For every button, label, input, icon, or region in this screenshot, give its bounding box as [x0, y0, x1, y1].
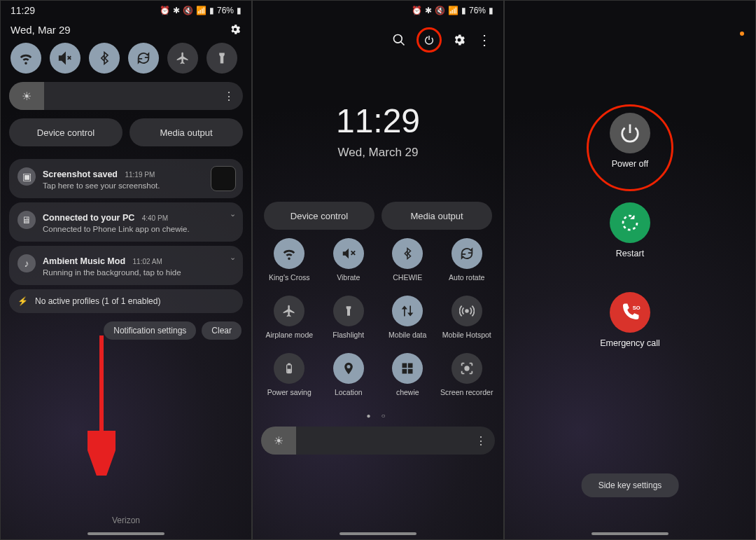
- qs-label: Location: [335, 388, 363, 405]
- panel-time: 11:29: [253, 102, 503, 140]
- quick-settings-grid: King's CrossVibrateCHEWIEAuto rotateAirp…: [253, 230, 503, 409]
- device-control-button[interactable]: Device control: [264, 202, 374, 230]
- notification-profiles[interactable]: ⚡ No active profiles (1 of 1 enabled): [9, 289, 243, 313]
- status-bar: 11:29 ⏰ ✱ 🔇 📶 ▮ 76% ▮: [1, 1, 251, 20]
- wifi-icon: 📶: [196, 6, 206, 15]
- brightness-menu-icon[interactable]: ⋮: [223, 90, 234, 103]
- bt-icon: ✱: [425, 6, 432, 15]
- settings-icon[interactable]: [229, 23, 241, 36]
- carrier-label: Verizon: [1, 515, 251, 525]
- shade-date: Wed, Mar 29: [10, 24, 71, 36]
- qs-data[interactable]: [392, 296, 423, 326]
- battery-icon: ▮: [489, 6, 493, 15]
- svg-rect-13: [408, 364, 413, 368]
- qs-label: Auto rotate: [449, 273, 484, 290]
- notif-body: Connected to Phone Link app on chewie.: [43, 225, 234, 233]
- alarm-icon: ⏰: [412, 6, 422, 15]
- svg-point-16: [465, 366, 469, 371]
- power-menu-pane: Power off Restart SOS Emergency call Sid…: [504, 0, 756, 540]
- media-output-button[interactable]: Media output: [382, 202, 492, 230]
- power-off-label: Power off: [612, 159, 649, 169]
- annotation-arrow-down: [88, 335, 115, 476]
- alarm-icon: ⏰: [160, 6, 170, 15]
- qs-label: CHEWIE: [393, 273, 422, 290]
- chevron-down-icon[interactable]: ⌄: [230, 209, 236, 219]
- qs-rotate[interactable]: [451, 238, 482, 269]
- image-icon: ▣: [18, 167, 36, 186]
- qs-airplane[interactable]: [167, 43, 198, 74]
- bt-icon: ✱: [173, 6, 180, 15]
- mute-icon: 🔇: [183, 6, 193, 15]
- qs-mute[interactable]: [50, 43, 80, 74]
- chevron-down-icon[interactable]: ⌄: [230, 253, 236, 262]
- notification-screenshot[interactable]: ▣ Screenshot saved 11:19 PM Tap here to …: [9, 159, 243, 198]
- qs-location[interactable]: [333, 353, 364, 384]
- emergency-call-button[interactable]: SOS: [610, 292, 650, 333]
- nav-handle[interactable]: [592, 532, 668, 535]
- qs-label: chewie: [396, 388, 419, 405]
- device-control-button[interactable]: Device control: [9, 118, 122, 146]
- qs-mute[interactable]: [333, 238, 364, 269]
- brightness-slider[interactable]: ☀ ⋮: [9, 82, 243, 110]
- qs-battery[interactable]: [274, 353, 304, 384]
- notification-shade-pane: 11:29 ⏰ ✱ 🔇 📶 ▮ 76% ▮ Wed, Mar 29 ☀ ⋮ De…: [0, 0, 252, 540]
- qs-rotate[interactable]: [128, 43, 159, 74]
- qs-airplane[interactable]: [274, 296, 304, 326]
- mute-icon: 🔇: [435, 6, 445, 15]
- power-off-button[interactable]: [610, 113, 650, 153]
- nav-handle[interactable]: [340, 532, 416, 535]
- svg-line-3: [401, 42, 405, 46]
- svg-rect-10: [288, 364, 290, 364]
- notification-pc[interactable]: 🖥 Connected to your PC 4:40 PM Connected…: [9, 202, 243, 242]
- qs-wifi[interactable]: [10, 43, 41, 74]
- restart-button[interactable]: [610, 202, 650, 243]
- bolt-icon: ⚡: [18, 296, 28, 306]
- panel-date: Wed, March 29: [253, 146, 503, 160]
- search-icon[interactable]: [391, 32, 407, 48]
- notif-body: Tap here to see your screenshot.: [43, 181, 234, 190]
- qs-record[interactable]: [451, 353, 482, 384]
- media-output-button[interactable]: Media output: [130, 118, 243, 146]
- side-key-settings-button[interactable]: Side key settings: [582, 473, 679, 497]
- status-bar: ⏰ ✱ 🔇 📶 ▮ 76% ▮: [253, 1, 503, 20]
- svg-point-8: [465, 310, 468, 312]
- qs-flashlight[interactable]: [333, 296, 364, 326]
- wifi-icon: 📶: [448, 6, 458, 15]
- qs-bluetooth[interactable]: [392, 238, 423, 269]
- power-icon-circled[interactable]: [416, 27, 442, 53]
- signal-icon: ▮: [461, 6, 466, 15]
- quick-settings-row: [1, 43, 251, 82]
- battery-icon: ▮: [237, 6, 241, 15]
- qs-label: Airplane mode: [265, 331, 313, 347]
- page-indicator[interactable]: ● ○: [253, 412, 503, 420]
- nav-handle[interactable]: [88, 532, 164, 535]
- settings-icon[interactable]: [451, 32, 467, 48]
- status-icons: ⏰ ✱ 🔇 📶 ▮ 76% ▮: [160, 6, 241, 15]
- clear-button[interactable]: Clear: [202, 321, 241, 340]
- overflow-menu-icon[interactable]: ⋮: [477, 32, 492, 48]
- svg-point-2: [394, 35, 402, 43]
- brightness-slider[interactable]: ☀ ⋮: [261, 427, 495, 455]
- notif-time: 11:02 AM: [133, 258, 162, 265]
- qs-flashlight[interactable]: [206, 43, 237, 74]
- status-icons: ⏰ ✱ 🔇 📶 ▮ 76% ▮: [412, 6, 493, 15]
- notif-title: Connected to your PC: [43, 213, 134, 223]
- qs-hotspot[interactable]: [451, 296, 482, 326]
- notification-music[interactable]: ♪ Ambient Music Mod 11:02 AM Running in …: [9, 246, 243, 285]
- qs-label: Screen recorder: [440, 388, 493, 405]
- svg-text:SOS: SOS: [633, 305, 640, 311]
- screenshot-thumb[interactable]: [211, 166, 236, 191]
- qs-label: Mobile Hotspot: [442, 331, 491, 347]
- restart-label: Restart: [616, 249, 644, 258]
- battery-pct: 76%: [217, 6, 234, 15]
- battery-pct: 76%: [469, 6, 486, 15]
- qs-bluetooth[interactable]: [89, 43, 120, 74]
- notif-time: 4:40 PM: [142, 214, 168, 222]
- qs-wifi[interactable]: [274, 238, 304, 269]
- brightness-menu-icon[interactable]: ⋮: [475, 434, 486, 448]
- notification-settings-button[interactable]: Notification settings: [104, 321, 196, 340]
- qs-windows[interactable]: [392, 353, 423, 384]
- signal-icon: ▮: [209, 6, 214, 15]
- qs-label: Power saving: [267, 388, 312, 405]
- notif-title: Ambient Music Mod: [43, 256, 125, 266]
